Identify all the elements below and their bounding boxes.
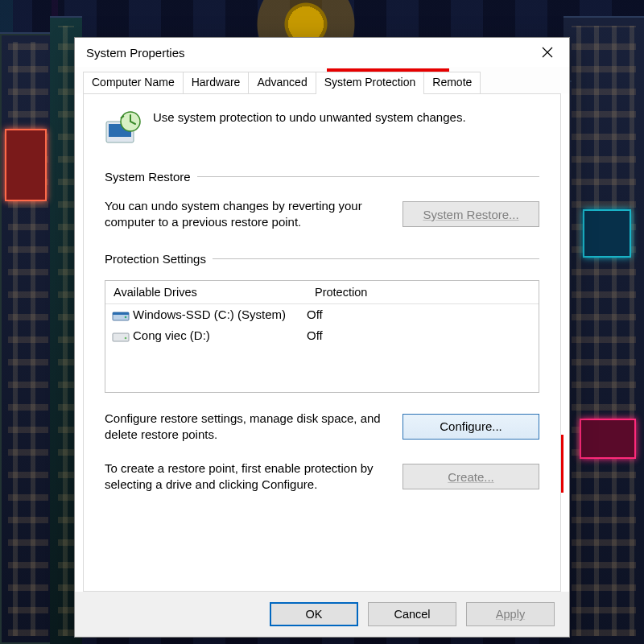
group-title-protection-settings: Protection Settings	[105, 252, 206, 266]
ok-button[interactable]: OK	[270, 602, 358, 626]
tab-system-protection[interactable]: System Protection	[316, 72, 425, 93]
tab-remote[interactable]: Remote	[423, 72, 481, 93]
svg-point-7	[125, 336, 127, 339]
table-header: Available Drives Protection	[105, 281, 539, 304]
tab-advanced[interactable]: Advanced	[248, 72, 316, 93]
close-icon	[542, 47, 553, 58]
drive-protection: Off	[307, 308, 323, 321]
drive-protection: Off	[307, 328, 323, 342]
svg-rect-4	[113, 312, 129, 315]
col-available-drives: Available Drives	[105, 281, 307, 304]
divider	[213, 258, 539, 259]
cancel-button[interactable]: Cancel	[368, 602, 456, 626]
create-desc: To create a restore point, first enable …	[105, 460, 388, 493]
tabsheet-system-protection: Use system protection to undo unwanted s…	[83, 93, 561, 592]
svg-point-5	[125, 316, 127, 318]
divider	[197, 176, 539, 177]
intro-text: Use system protection to undo unwanted s…	[153, 110, 466, 124]
system-properties-dialog: System Properties Computer Name Hardware…	[74, 37, 570, 638]
dialog-footer: OK Cancel Apply	[75, 592, 569, 637]
titlebar[interactable]: System Properties	[75, 38, 569, 67]
tab-hardware[interactable]: Hardware	[183, 72, 250, 93]
configure-button[interactable]: Configure...	[402, 414, 539, 440]
drives-table[interactable]: Available Drives Protection Windows-SSD …	[105, 280, 539, 393]
drive-icon	[112, 327, 130, 345]
tab-computer-name[interactable]: Computer Name	[83, 72, 184, 93]
col-protection: Protection	[307, 281, 539, 304]
table-row[interactable]: Cong viec (D:) Off	[105, 325, 539, 346]
system-restore-button[interactable]: System Restore...	[402, 201, 539, 227]
group-title-system-restore: System Restore	[105, 170, 191, 184]
system-protection-icon	[105, 110, 142, 147]
window-title: System Properties	[86, 46, 185, 60]
configure-desc: Configure restore settings, manage disk …	[105, 411, 388, 444]
drive-name: Cong viec (D:)	[133, 328, 307, 342]
drive-system-icon	[112, 306, 130, 324]
apply-button[interactable]: Apply	[466, 602, 555, 626]
svg-rect-6	[113, 333, 129, 341]
tabstrip: Computer Name Hardware Advanced System P…	[75, 67, 569, 93]
system-restore-desc: You can undo system changes by reverting…	[105, 198, 388, 231]
create-button[interactable]: Create...	[402, 464, 539, 489]
table-row[interactable]: Windows-SSD (C:) (System) Off	[105, 304, 539, 325]
drive-name: Windows-SSD (C:) (System)	[133, 308, 307, 321]
close-button[interactable]	[529, 39, 566, 65]
